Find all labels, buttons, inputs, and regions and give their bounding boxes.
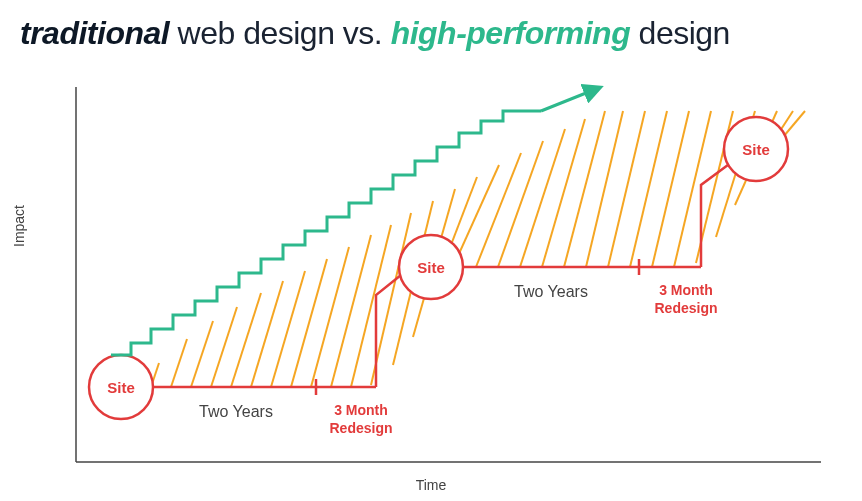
redesign-label-1b: Redesign xyxy=(329,420,392,436)
x-axis-label: Time xyxy=(416,477,447,493)
high-performing-line xyxy=(111,111,541,355)
svg-text:Site: Site xyxy=(417,259,445,276)
period-label-1: Two Years xyxy=(199,403,273,420)
svg-line-26 xyxy=(652,111,689,267)
hatch-area xyxy=(151,111,805,387)
svg-line-24 xyxy=(608,111,645,267)
redesign-label-2a: 3 Month xyxy=(659,282,713,298)
y-axis-label: Impact xyxy=(11,205,27,247)
svg-line-4 xyxy=(191,321,213,387)
svg-line-18 xyxy=(476,153,521,267)
svg-text:Site: Site xyxy=(107,379,135,396)
svg-line-22 xyxy=(564,111,605,267)
svg-line-3 xyxy=(171,339,187,387)
svg-line-23 xyxy=(586,111,623,267)
svg-line-27 xyxy=(674,111,711,267)
svg-line-8 xyxy=(271,271,305,387)
svg-line-9 xyxy=(291,259,327,387)
redesign-label-2b: Redesign xyxy=(654,300,717,316)
chart-area: Impact Time xyxy=(21,67,841,487)
svg-text:Site: Site xyxy=(742,141,770,158)
svg-line-25 xyxy=(630,111,667,267)
svg-line-6 xyxy=(231,293,261,387)
title-high-performing: high-performing xyxy=(391,15,631,51)
period-label-2: Two Years xyxy=(514,283,588,300)
site-node-1: Site xyxy=(89,355,153,419)
title-mid: web design vs. xyxy=(169,15,390,51)
svg-line-11 xyxy=(331,235,371,387)
svg-line-10 xyxy=(311,247,349,387)
site-node-3: Site xyxy=(724,117,788,181)
title-traditional: traditional xyxy=(20,15,169,51)
svg-line-19 xyxy=(498,141,543,267)
svg-line-20 xyxy=(520,129,565,267)
chart-svg: Site Site Site Two Years 3 Month Redesig… xyxy=(21,67,841,487)
title-end: design xyxy=(630,15,730,51)
svg-line-7 xyxy=(251,281,283,387)
svg-line-21 xyxy=(542,119,585,267)
redesign-label-1a: 3 Month xyxy=(334,402,388,418)
site-node-2: Site xyxy=(399,235,463,299)
high-performing-arrow xyxy=(541,89,596,111)
svg-line-5 xyxy=(211,307,237,387)
chart-title: traditional web design vs. high-performi… xyxy=(20,15,842,52)
svg-line-12 xyxy=(351,225,391,387)
